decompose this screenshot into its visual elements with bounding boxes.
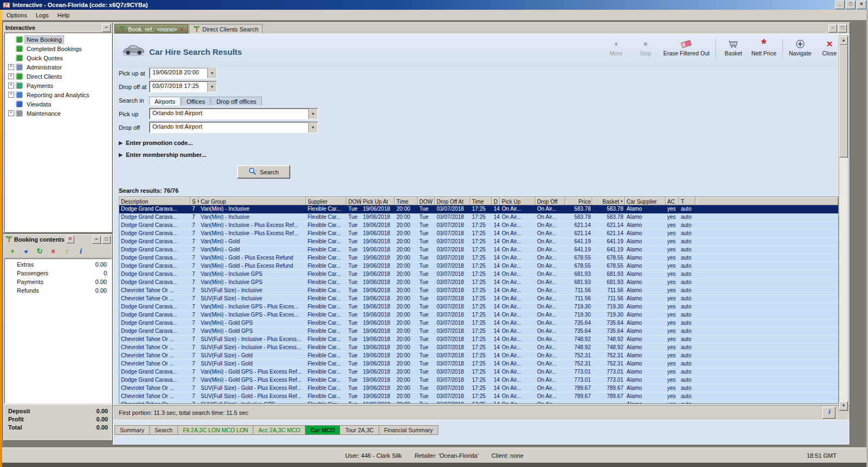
basket-button[interactable]: Basket [719,37,748,58]
sidebar-item-completed-bookings[interactable]: Completed Bookings [5,44,111,53]
table-row[interactable]: Dodge Grand Carava...7Van(Mini) - Inclus… [119,205,838,213]
table-row[interactable]: Dodge Grand Carava...7Van(Mini) - Gold G… [119,368,838,376]
table-row[interactable]: Chevrolet Tahoe Or ...7SUV(Full Size) - … [119,401,838,404]
table-row[interactable]: Dodge Grand Carava...7Van(Mini) - Gold -… [119,254,838,262]
dropoff-at-combo[interactable]: 03/07/2018 17:25 ▼ [149,81,217,92]
column-header-dow[interactable]: DOW [418,197,435,205]
column-header-car-group[interactable]: Car Group [199,197,306,205]
promote-icon[interactable]: ↑ [62,247,71,255]
sidebar-item-payments[interactable]: +Payments [5,81,111,90]
expand-plus-icon[interactable]: + [8,92,14,98]
table-row[interactable]: Dodge Grand Carava...7Van(Mini) - Inclus… [119,311,838,319]
add-icon[interactable]: + [8,247,17,255]
table-row[interactable]: Dodge Grand Carava...7Van(Mini) - Inclus… [119,222,838,230]
column-header-supplier[interactable]: Supplier [306,197,347,205]
expand-plus-icon[interactable]: + [8,83,14,89]
pickup-combo[interactable]: Orlando Intl Airport ▼ [149,108,318,119]
section-tab-summary[interactable]: Summary [114,425,150,435]
table-row[interactable]: Dodge Grand Carava...7Van(Mini) - Inclus… [119,230,838,238]
sidebar-item-maintenance[interactable]: +Maintenance [5,109,111,118]
column-header-drop-off[interactable]: Drop Off [535,197,565,205]
column-header-basket[interactable]: Basket▼ [592,197,625,205]
section-tab-search[interactable]: Search [150,425,178,435]
search-in-tab-airports[interactable]: Airports [149,97,181,105]
tab-book-ref-none[interactable]: Book. ref.: <none>× [114,24,188,34]
table-row[interactable]: Chevrolet Tahoe Or ...7SUV(Full Size) - … [119,295,838,303]
column-header-drop-off-at[interactable]: Drop Off At [435,197,470,205]
scroll-up-button[interactable]: ▲ [839,36,848,45]
table-row[interactable]: Chevrolet Tahoe Or ...7SUV(Full Size) - … [119,352,838,360]
navigate-button[interactable]: Navigate [786,37,815,58]
table-row[interactable]: Chevrolet Tahoe Or ...7SUV(Full Size) - … [119,393,838,401]
table-row[interactable]: Chevrolet Tahoe Or ...7SUV(Full Size) - … [119,384,838,393]
column-header-d[interactable]: D [492,197,500,205]
sidebar-item-administrator[interactable]: +Administrator [5,62,111,72]
sidebar-item-new-booking[interactable]: New Booking [5,35,111,44]
dropoff-combo[interactable]: Orlando Intl Airport ▼ [149,122,318,133]
table-row[interactable]: Dodge Grand Carava...7Van(Mini) - Inclus… [119,213,838,222]
vertical-scrollbar[interactable]: ▲ ▼ [839,35,848,411]
column-header-pick-up[interactable]: Pick Up [500,197,535,205]
sidebar-item-quick-quotes[interactable]: Quick Quotes [5,53,111,62]
table-row[interactable]: Dodge Grand Carava...7Van(Mini) - Inclus… [119,270,838,279]
table-row[interactable]: Dodge Grand Carava...7Van(Mini) - Inclus… [119,303,838,311]
expand-plus-icon[interactable]: + [8,64,14,70]
section-tab-tour-2a-3c[interactable]: Tour 2A,3C [340,425,379,435]
column-header-description[interactable]: Description [119,197,190,205]
info-button[interactable]: i [822,407,835,419]
menu-item-help[interactable]: Help [53,11,74,20]
sidebar-item-viewdata[interactable]: Viewdata [5,99,111,109]
column-header-price[interactable]: Price [565,197,592,205]
table-row[interactable]: Chevrolet Tahoe Or ...7SUV(Full Size) - … [119,344,838,352]
chevron-down-icon[interactable]: ▼ [308,122,317,132]
erase-filtered-out-button[interactable]: Erase Filtered Out [660,37,713,58]
table-row[interactable]: Dodge Grand Carava...7Van(Mini) - GoldFl… [119,246,838,254]
menu-item-logs[interactable]: Logs [31,11,53,20]
table-row[interactable]: Dodge Grand Carava...7Van(Mini) - Gold G… [119,327,838,336]
table-row[interactable]: Dodge Grand Carava...7Van(Mini) - GoldFl… [119,238,838,246]
section-tab-financial-summary[interactable]: Financial Summary [379,425,438,435]
tab-direct-clients-search[interactable]: Direct Clients Search [189,24,263,34]
scroll-down-button[interactable]: ▼ [839,401,848,411]
chevron-down-icon[interactable]: ▼ [308,109,317,119]
table-row[interactable]: Chevrolet Tahoe Or ...7SUV(Full Size) - … [119,360,838,368]
close-button[interactable]: × [857,1,866,9]
nett-price-button[interactable]: Nett Price [748,37,780,58]
menu-item-options[interactable]: Options [2,11,31,20]
table-row[interactable]: Dodge Grand Carava...7Van(Mini) - Inclus… [119,279,838,287]
collapse-panel-button[interactable]: − [102,24,111,32]
section-tab-car-mco[interactable]: Car MCO [305,425,340,435]
column-header-dow[interactable]: DOW [347,197,361,205]
globe-icon[interactable]: ● [22,247,30,255]
minimize-button[interactable]: _ [835,1,845,9]
pickup-at-combo[interactable]: 19/06/2018 20:00 ▼ [149,67,217,79]
column-header-car-supplier[interactable]: Car Supplier [625,197,666,205]
table-row[interactable]: Chevrolet Tahoe Or ...7SUV(Full Size) - … [119,336,838,344]
refresh-icon[interactable]: ↻ [35,247,44,255]
membership-number-expander[interactable]: ▶ Enter membership number... [119,151,850,159]
section-tab-acc-2a-3c-mco[interactable]: Acc 2A,3C MCO [253,425,305,435]
close-panel-button[interactable]: × [66,236,74,243]
info-icon[interactable]: i [76,247,85,255]
sidebar-item-direct-clients[interactable]: +Direct Clients [5,72,111,81]
sidebar-item-reporting-and-analytics[interactable]: +Reporting and Analytics [5,90,111,99]
delete-icon[interactable]: × [49,247,58,255]
expand-plus-icon[interactable]: + [8,73,14,79]
section-tab-flt-2a-3c-lon-mco-lon[interactable]: Flt 2A,3C LON MCO LON [178,425,253,435]
table-row[interactable]: Dodge Grand Carava...7Van(Mini) - Gold G… [119,319,838,327]
panel-minimize-button[interactable]: − [92,236,101,244]
search-in-tab-offices[interactable]: Offices [181,97,210,105]
mdi-restore-button[interactable]: □ [838,24,847,33]
column-header-time[interactable]: Time [470,197,492,205]
column-header-s[interactable]: S▼ [190,197,199,205]
mdi-minimize-button[interactable]: − [828,24,837,33]
close-tab-icon[interactable]: × [181,26,184,33]
search-button[interactable]: Search [237,165,290,179]
column-header-pick-up-at[interactable]: Pick Up At [361,197,395,205]
panel-restore-button[interactable]: □ [102,236,111,244]
chevron-down-icon[interactable]: ▼ [207,68,216,78]
table-row[interactable]: Chevrolet Tahoe Or ...7SUV(Full Size) - … [119,287,838,295]
scroll-thumb[interactable] [839,45,848,157]
promotion-code-expander[interactable]: ▶ Enter promotion code... [119,139,850,147]
column-header-ac[interactable]: AC [666,197,679,205]
